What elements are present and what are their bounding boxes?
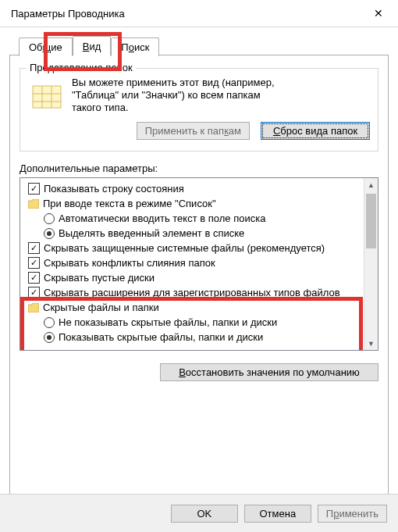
- svg-rect-0: [33, 86, 61, 108]
- apply-button: Применить: [318, 505, 387, 523]
- tree-row-label: Скрывать конфликты слияния папок: [44, 257, 215, 269]
- folder-icon: [28, 199, 39, 209]
- checkbox-icon[interactable]: ✓: [28, 257, 40, 269]
- tree-row[interactable]: ✓Скрывать пустые диски: [22, 270, 363, 285]
- tree-row[interactable]: ✓Скрывать защищенные системные файлы (ре…: [22, 241, 363, 255]
- folder-icon: [30, 80, 64, 114]
- tab-panel-view: Представление папок Вы можете применить …: [9, 55, 389, 520]
- tree-row[interactable]: Выделять введенный элемент в списке: [22, 226, 363, 241]
- apply-to-folders-button: Применить к папкам: [137, 122, 250, 140]
- ok-button[interactable]: OK: [171, 505, 238, 523]
- tree-row[interactable]: Автоматически вводить текст в поле поиск…: [22, 211, 363, 226]
- tree-row[interactable]: ✓Показывать строку состояния: [22, 181, 363, 196]
- tree-row[interactable]: Показывать скрытые файлы, папки и диски: [22, 330, 363, 345]
- cancel-button[interactable]: Отмена: [244, 505, 311, 523]
- close-icon[interactable]: ✕: [367, 7, 390, 20]
- folder-views-group: Представление папок Вы можете применить …: [20, 68, 378, 152]
- folder-icon: [28, 303, 39, 312]
- titlebar: Параметры Проводника ✕: [0, 0, 398, 27]
- radio-icon[interactable]: [44, 332, 55, 343]
- tree-row-label: При вводе текста в режиме "Список": [43, 198, 216, 209]
- scroll-down-icon[interactable]: ▼: [364, 337, 378, 350]
- restore-defaults-button[interactable]: Восстановить значения по умолчанию: [160, 363, 378, 381]
- scrollbar[interactable]: ▲ ▼: [364, 178, 378, 350]
- tree-row-label: Скрытые файлы и папки: [43, 302, 159, 313]
- radio-icon[interactable]: [44, 317, 55, 328]
- tree-row[interactable]: ✓Скрывать конфликты слияния папок: [22, 255, 363, 270]
- tree-row-label: Скрывать расширения для зарегистрированн…: [44, 287, 340, 298]
- dialog-footer: OK Отмена Применить: [0, 494, 398, 532]
- tab-general[interactable]: Общие: [19, 37, 73, 56]
- radio-icon[interactable]: [44, 228, 55, 239]
- tree-row-label: Автоматически вводить текст в поле поиск…: [59, 212, 265, 224]
- reset-folders-button[interactable]: Сброс вида папок: [261, 122, 370, 140]
- checkbox-icon[interactable]: ✓: [28, 183, 40, 195]
- checkbox-icon[interactable]: ✓: [28, 242, 40, 254]
- tree-row[interactable]: При вводе текста в режиме "Список": [22, 196, 363, 211]
- tree-row[interactable]: Скрытые файлы и папки: [22, 300, 363, 315]
- tree-row-label: Показывать строку состояния: [44, 183, 184, 195]
- folder-views-description: Вы можете применить этот вид (например, …: [72, 77, 275, 114]
- tree-row[interactable]: Не показывать скрытые файлы, папки и дис…: [22, 315, 363, 330]
- scroll-thumb[interactable]: [366, 194, 376, 248]
- advanced-tree[interactable]: ✓Показывать строку состоянияПри вводе те…: [20, 177, 378, 351]
- tab-search[interactable]: Поиск: [111, 37, 159, 56]
- tree-row-label: Скрывать пустые диски: [44, 272, 155, 284]
- group-legend: Представление папок: [27, 62, 136, 73]
- checkbox-icon[interactable]: ✓: [28, 287, 40, 298]
- tree-row-label: Показывать скрытые файлы, папки и диски: [59, 331, 263, 343]
- tab-view[interactable]: Вид: [73, 36, 112, 55]
- tree-row-label: Не показывать скрытые файлы, папки и дис…: [59, 316, 277, 328]
- tree-row-label: Выделять введенный элемент в списке: [59, 227, 244, 239]
- tree-row-label: Скрывать защищенные системные файлы (рек…: [44, 242, 325, 254]
- radio-icon[interactable]: [44, 213, 55, 224]
- window-title: Параметры Проводника: [8, 8, 367, 20]
- tab-strip: Общие Вид Поиск: [9, 34, 389, 55]
- advanced-label: Дополнительные параметры:: [20, 162, 378, 174]
- checkbox-icon[interactable]: ✓: [28, 272, 40, 284]
- tree-row[interactable]: ✓Скрывать расширения для зарегистрирован…: [22, 285, 363, 300]
- scroll-up-icon[interactable]: ▲: [364, 178, 378, 191]
